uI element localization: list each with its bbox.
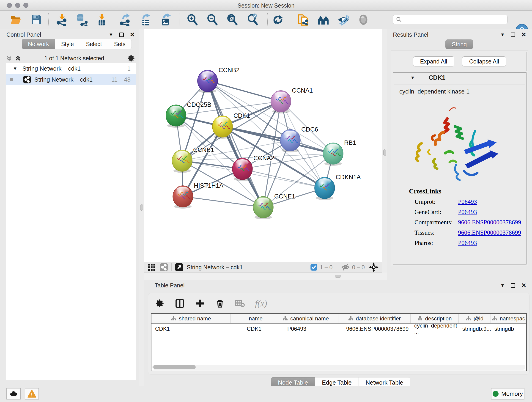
hidden-eye-slash-icon[interactable]: [341, 263, 350, 271]
gear-icon[interactable]: [155, 299, 165, 308]
first-neighbors-button[interactable]: [317, 13, 330, 27]
tab-network[interactable]: Network: [22, 39, 55, 49]
export-table-button[interactable]: [139, 13, 153, 27]
cloud-status-button[interactable]: [6, 388, 21, 400]
tab-style[interactable]: Style: [55, 39, 80, 49]
node-label: CCNB2: [219, 67, 240, 74]
crosslink-label: Tissues:: [414, 229, 458, 236]
show-all-button[interactable]: [356, 13, 370, 27]
string-style-icon[interactable]: [159, 263, 168, 272]
save-session-button[interactable]: [29, 13, 43, 27]
panel-float-icon[interactable]: [511, 283, 515, 288]
hide-selected-button[interactable]: [336, 13, 350, 27]
clone-network-icon: [297, 13, 310, 26]
memory-button[interactable]: Memory: [491, 388, 525, 400]
zoom-fit-button[interactable]: [225, 13, 239, 27]
open-in-new-icon[interactable]: [175, 263, 184, 272]
splitter-grip[interactable]: [140, 204, 143, 211]
crosslink-link[interactable]: P06493: [458, 209, 477, 216]
import-network-file-button[interactable]: [55, 13, 69, 27]
crosslink-link[interactable]: P06493: [458, 198, 477, 205]
crosslink-link[interactable]: 9606.ENSP00000378699: [458, 229, 521, 236]
panel-close-icon[interactable]: ✕: [521, 282, 526, 289]
vertical-splitter[interactable]: [382, 29, 387, 273]
network-edge[interactable]: [242, 169, 325, 188]
expand-all-icon[interactable]: [14, 55, 21, 62]
search-input[interactable]: [404, 16, 505, 23]
refresh-icon: [272, 13, 284, 26]
network-graph[interactable]: CCNB2CCNA1CDC25BCDK1CDC6RB1CCNB1CCNA2CDK…: [144, 29, 382, 262]
footer-separator: [171, 263, 172, 271]
network-canvas[interactable]: CCNB2CCNA1CDC25BCDK1CDC6RB1CCNB1CCNA2CDK…: [144, 29, 382, 262]
export-image-button[interactable]: [159, 13, 173, 27]
gene-section-header[interactable]: ▼ CDK1: [393, 73, 526, 83]
zoom-out-button[interactable]: [206, 13, 219, 27]
collapse-all-icon[interactable]: [6, 55, 13, 62]
splitter-grip[interactable]: [383, 149, 386, 156]
open-session-button[interactable]: [9, 13, 22, 27]
crosslink-row: Pharos: P06493: [414, 240, 525, 247]
network-node-cdc25b[interactable]: CDC25B: [166, 101, 211, 128]
network-edge[interactable]: [183, 196, 263, 207]
selected-checkbox-icon[interactable]: [310, 264, 317, 271]
export-image-icon: [160, 13, 172, 26]
splitter-grip[interactable]: [335, 275, 341, 278]
tab-sets[interactable]: Sets: [108, 39, 132, 49]
add-column-icon[interactable]: [195, 298, 205, 308]
node-label: HIST1H1A: [194, 182, 223, 189]
clone-network-button[interactable]: [297, 13, 310, 27]
cell-description: cyclin–dependent ...: [411, 324, 459, 334]
tab-string[interactable]: String: [445, 39, 473, 49]
search-field[interactable]: [393, 15, 507, 24]
delete-table-icon[interactable]: [235, 298, 245, 308]
network-collection-row[interactable]: ▼ String Network – cdk1 1: [6, 63, 136, 74]
network-node-rb1[interactable]: RB1: [323, 139, 356, 166]
control-panel-title: Control Panel: [6, 32, 41, 38]
crosslink-link[interactable]: 9606.ENSP00000378699: [458, 219, 521, 226]
panel-menu-caret-icon[interactable]: ▼: [500, 32, 505, 37]
panel-close-icon[interactable]: ✕: [521, 31, 526, 38]
grid-view-icon[interactable]: [147, 263, 156, 271]
tab-select[interactable]: Select: [80, 39, 108, 49]
network-node-cdkn1a[interactable]: CDKN1A: [315, 174, 361, 200]
zoom-selected-button[interactable]: [246, 13, 260, 27]
tree-expand-caret-icon[interactable]: ▼: [13, 66, 17, 71]
expand-all-button[interactable]: Expand All: [413, 56, 454, 66]
crosslink-link[interactable]: P06493: [458, 240, 477, 247]
hierarchy-icon: [283, 316, 288, 321]
refresh-layout-button[interactable]: [271, 13, 285, 27]
panel-close-icon[interactable]: ✕: [130, 31, 135, 38]
gene-name: CDK1: [429, 74, 446, 81]
import-table-file-button[interactable]: [95, 13, 109, 27]
export-network-button[interactable]: [119, 13, 133, 27]
show-columns-icon[interactable]: [175, 298, 185, 308]
section-collapse-caret-icon[interactable]: ▼: [410, 75, 415, 80]
panel-float-icon[interactable]: [119, 32, 124, 37]
zoom-out-icon: [206, 13, 219, 26]
panel-menu-caret-icon[interactable]: ▼: [500, 283, 505, 288]
network-node-ccna1[interactable]: CCNA1: [271, 87, 313, 114]
network-node-ccne1[interactable]: CCNE1: [253, 193, 295, 219]
column-header: description: [411, 314, 459, 323]
table-row[interactable]: CDK1 CDK1 P06493 9606.ENSP00000378699 cy…: [152, 324, 526, 334]
scrollbar-thumb[interactable]: [153, 365, 196, 369]
horizontal-scrollbar[interactable]: [152, 365, 525, 370]
vertical-splitter[interactable]: [139, 29, 144, 386]
panel-float-icon[interactable]: [511, 32, 515, 37]
import-network-database-button[interactable]: [75, 13, 88, 27]
network-row-selected[interactable]: String Network – cdk1 11 48: [6, 74, 136, 85]
zoom-in-button[interactable]: [186, 13, 199, 27]
gear-icon[interactable]: [127, 54, 135, 62]
warnings-button[interactable]: [25, 388, 39, 400]
birds-eye-view-icon[interactable]: [369, 262, 379, 272]
collapse-all-button[interactable]: Collapse All: [462, 56, 506, 66]
column-header: name: [231, 314, 273, 323]
crosslink-row: Tissues: 9606.ENSP00000378699: [414, 229, 525, 236]
node-table[interactable]: shared name name canonical name database…: [151, 313, 527, 371]
delete-column-icon[interactable]: [215, 299, 225, 308]
import-table-icon: [95, 13, 108, 26]
function-builder-icon[interactable]: f(x): [255, 298, 267, 308]
panel-menu-caret-icon[interactable]: ▼: [109, 32, 113, 37]
gene-details: cyclin–dependent kinase 1: [394, 85, 525, 263]
network-node-hist1h1a[interactable]: HIST1H1A: [173, 182, 223, 209]
